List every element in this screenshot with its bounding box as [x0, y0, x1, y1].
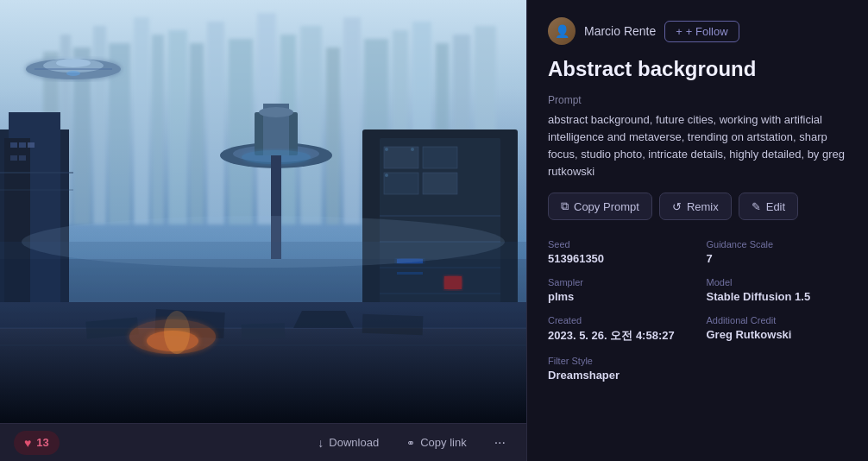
svg-rect-50	[384, 173, 418, 194]
author-row: 👤 Marcio Rente + + Follow	[548, 17, 847, 45]
meta-item: Guidance Scale7	[707, 239, 848, 265]
meta-value: plms	[548, 290, 689, 303]
action-buttons: ⧉ Copy Prompt ↺ Remix ✎ Edit	[548, 193, 847, 220]
svg-point-43	[259, 107, 293, 117]
svg-rect-51	[423, 173, 457, 194]
copy-link-label: Copy link	[420, 436, 466, 449]
copy-prompt-button[interactable]: ⧉ Copy Prompt	[548, 193, 652, 220]
remix-button[interactable]: ↺ Remix	[659, 193, 732, 220]
svg-rect-10	[190, 43, 204, 224]
svg-rect-7	[134, 17, 149, 224]
svg-rect-49	[423, 147, 457, 168]
meta-value: Greg Rutkowski	[707, 328, 848, 341]
follow-button[interactable]: + + Follow	[664, 21, 739, 42]
meta-value: Stable Diffusion 1.5	[707, 290, 848, 303]
svg-rect-5	[93, 26, 106, 224]
copy-prompt-label: Copy Prompt	[574, 200, 639, 213]
meta-item: ModelStable Diffusion 1.5	[707, 277, 848, 303]
svg-rect-30	[10, 155, 17, 161]
svg-rect-29	[28, 142, 35, 148]
svg-rect-28	[19, 142, 26, 148]
author-name: Marcio Rente	[584, 24, 656, 38]
meta-label: Created	[548, 315, 689, 325]
follow-label: + Follow	[686, 25, 728, 38]
svg-rect-9	[168, 30, 187, 224]
meta-value: 2023. 5. 26. 오전 4:58:27	[548, 328, 689, 344]
prompt-label: Prompt	[548, 94, 847, 106]
details-panel: 👤 Marcio Rente + + Follow Abstract backg…	[526, 0, 868, 461]
edit-label: Edit	[766, 200, 785, 213]
remix-label: Remix	[687, 200, 719, 213]
svg-rect-27	[10, 142, 17, 148]
meta-label: Guidance Scale	[707, 239, 848, 249]
svg-rect-31	[19, 155, 26, 161]
image-panel: ♥ 13 ↓ Download ⚭ Copy link ···	[0, 0, 526, 461]
copy-icon: ⧉	[561, 199, 569, 213]
image-title: Abstract background	[548, 57, 847, 82]
remix-icon: ↺	[672, 200, 682, 213]
meta-item: Additional CreditGreg Rutkowski	[707, 315, 848, 344]
svg-rect-12	[229, 39, 253, 224]
meta-item: Filter StyleDreamshaper	[548, 356, 689, 382]
metadata-grid: Seed513961350Guidance Scale7SamplerplmsM…	[548, 239, 847, 382]
svg-point-60	[385, 174, 388, 177]
svg-point-76	[22, 216, 505, 268]
plus-icon: +	[676, 25, 682, 38]
svg-rect-11	[207, 22, 224, 224]
svg-rect-8	[152, 35, 164, 224]
download-button[interactable]: ↓ Download	[311, 433, 386, 453]
avatar: 👤	[548, 17, 576, 45]
svg-point-38	[66, 71, 80, 76]
avatar-letter: 👤	[555, 24, 569, 38]
svg-point-36	[56, 59, 91, 67]
edit-button[interactable]: ✎ Edit	[739, 193, 798, 220]
dots-icon: ···	[494, 435, 506, 450]
like-button[interactable]: ♥ 13	[14, 431, 60, 455]
download-icon: ↓	[318, 436, 324, 450]
link-icon: ⚭	[406, 437, 415, 449]
svg-rect-16	[326, 47, 340, 224]
prompt-text: abstract background, future cities, work…	[548, 111, 847, 181]
meta-value: 7	[707, 252, 848, 265]
meta-label: Model	[707, 277, 848, 287]
svg-rect-15	[300, 26, 322, 224]
svg-point-61	[411, 148, 414, 151]
meta-item: Samplerplms	[548, 277, 689, 303]
meta-label: Sampler	[548, 277, 689, 287]
download-label: Download	[329, 436, 379, 449]
svg-rect-17	[343, 17, 361, 224]
svg-rect-75	[0, 259, 526, 328]
meta-label: Additional Credit	[707, 315, 848, 325]
heart-icon: ♥	[24, 436, 31, 450]
meta-item: Seed513961350	[548, 239, 689, 265]
meta-value: 513961350	[548, 252, 689, 265]
main-image	[0, 0, 526, 423]
like-count: 13	[36, 436, 48, 449]
image-bottom-bar: ♥ 13 ↓ Download ⚭ Copy link ···	[0, 423, 526, 461]
meta-item: Created2023. 5. 26. 오전 4:58:27	[548, 315, 689, 344]
meta-label: Filter Style	[548, 356, 689, 366]
svg-point-59	[385, 148, 388, 151]
meta-label: Seed	[548, 239, 689, 249]
edit-icon: ✎	[752, 200, 761, 213]
copy-link-button[interactable]: ⚭ Copy link	[399, 433, 473, 452]
meta-value: Dreamshaper	[548, 369, 689, 382]
more-options-button[interactable]: ···	[487, 432, 513, 454]
